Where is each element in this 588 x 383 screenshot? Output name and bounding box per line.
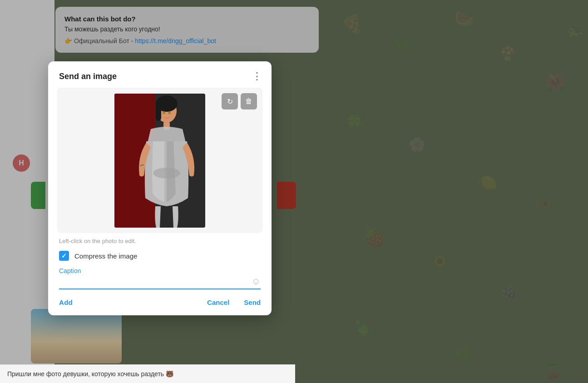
compress-label: Compress the image [74, 252, 137, 260]
cancel-button[interactable]: Cancel [207, 298, 229, 306]
delete-button[interactable]: 🗑 [241, 93, 257, 109]
refresh-icon: ↻ [227, 97, 233, 106]
bottom-message-bar: Пришли мне фото девушки, которую хочешь … [0, 364, 295, 383]
send-image-modal: Send an image ⋮ [48, 61, 272, 315]
footer-right-buttons: Cancel Send [207, 298, 261, 306]
emoji-icon[interactable]: ☺ [252, 276, 261, 287]
caption-input-row: ☺ [59, 276, 261, 289]
caption-label: Caption [59, 267, 261, 274]
checkmark-icon: ✓ [61, 252, 67, 259]
modal-header: Send an image ⋮ [48, 61, 272, 88]
caption-input[interactable] [59, 278, 252, 285]
image-action-buttons: ↻ 🗑 [222, 93, 257, 109]
bottom-message-text: Пришли мне фото девушки, которую хочешь … [7, 370, 173, 378]
compress-row: ✓ Compress the image [48, 244, 272, 261]
svg-point-8 [168, 111, 171, 114]
svg-point-6 [153, 168, 180, 179]
more-options-icon[interactable]: ⋮ [252, 70, 262, 82]
refresh-button[interactable]: ↻ [222, 93, 238, 109]
send-button[interactable]: Send [244, 298, 261, 306]
caption-section: Caption ☺ [48, 261, 272, 289]
compress-checkbox[interactable]: ✓ [59, 251, 69, 261]
delete-icon: 🗑 [245, 97, 252, 105]
add-button[interactable]: Add [59, 298, 73, 306]
modal-title: Send an image [59, 72, 117, 81]
svg-point-7 [163, 111, 165, 114]
preview-image[interactable] [114, 94, 205, 228]
modal-footer: Add Cancel Send [48, 289, 272, 315]
edit-hint: Left-click on the photo to edit. [48, 233, 272, 244]
svg-rect-4 [156, 103, 161, 121]
image-preview-area[interactable]: ↻ 🗑 [57, 88, 262, 233]
